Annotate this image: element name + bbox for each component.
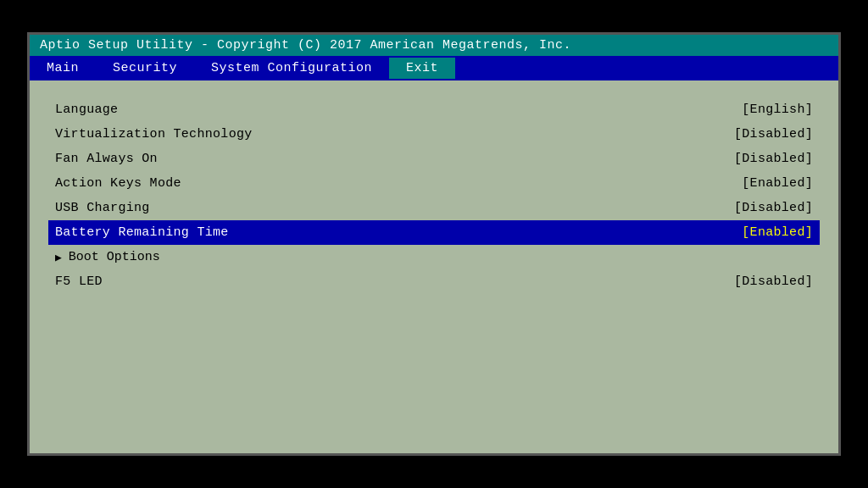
content-area: Language[English]Virtualization Technolo… <box>30 80 838 402</box>
setting-row-language[interactable]: Language[English] <box>55 97 813 122</box>
setting-label-language: Language <box>55 103 118 117</box>
setting-value-language: [English] <box>742 103 813 117</box>
menu-item-security[interactable]: Security <box>96 58 194 79</box>
setting-row-action-keys-mode[interactable]: Action Keys Mode[Enabled] <box>55 171 813 196</box>
menu-item-exit[interactable]: Exit <box>389 58 455 79</box>
setting-label-battery-remaining-time: Battery Remaining Time <box>55 225 229 240</box>
setting-value-battery-remaining-time: [Enabled] <box>742 225 813 240</box>
setting-row-usb-charging[interactable]: USB Charging[Disabled] <box>55 196 813 220</box>
setting-row-battery-remaining-time[interactable]: Battery Remaining Time[Enabled] <box>48 220 820 245</box>
setting-row-virtualization-technology[interactable]: Virtualization Technology[Disabled] <box>55 122 813 147</box>
setting-value-action-keys-mode: [Enabled] <box>742 176 813 191</box>
setting-label-f5-led: F5 LED <box>55 274 103 289</box>
menu-item-system-configuration[interactable]: System Configuration <box>194 58 389 79</box>
title-text: Aptio Setup Utility - Copyright (C) 2017… <box>40 38 571 53</box>
setting-value-virtualization-technology: [Disabled] <box>734 127 813 141</box>
setting-value-fan-always-on: [Disabled] <box>734 152 813 166</box>
setting-label-action-keys-mode: Action Keys Mode <box>55 176 181 191</box>
menu-item-main[interactable]: Main <box>30 58 96 79</box>
setting-row-boot-options[interactable]: ▶Boot Options <box>55 245 813 269</box>
setting-label-usb-charging: USB Charging <box>55 201 150 215</box>
setting-label-boot-options: Boot Options <box>69 250 160 264</box>
bios-screen: Aptio Setup Utility - Copyright (C) 2017… <box>27 32 841 456</box>
submenu-arrow-icon: ▶ <box>55 251 62 264</box>
setting-value-f5-led: [Disabled] <box>734 274 813 289</box>
setting-label-virtualization-technology: Virtualization Technology <box>55 127 253 141</box>
setting-value-usb-charging: [Disabled] <box>734 201 813 215</box>
setting-row-fan-always-on[interactable]: Fan Always On[Disabled] <box>55 147 813 171</box>
bottom-area <box>30 402 838 453</box>
title-bar: Aptio Setup Utility - Copyright (C) 2017… <box>30 35 838 56</box>
setting-row-f5-led[interactable]: F5 LED[Disabled] <box>55 269 813 294</box>
menu-bar: MainSecuritySystem ConfigurationExit <box>30 56 838 80</box>
setting-label-fan-always-on: Fan Always On <box>55 152 158 166</box>
